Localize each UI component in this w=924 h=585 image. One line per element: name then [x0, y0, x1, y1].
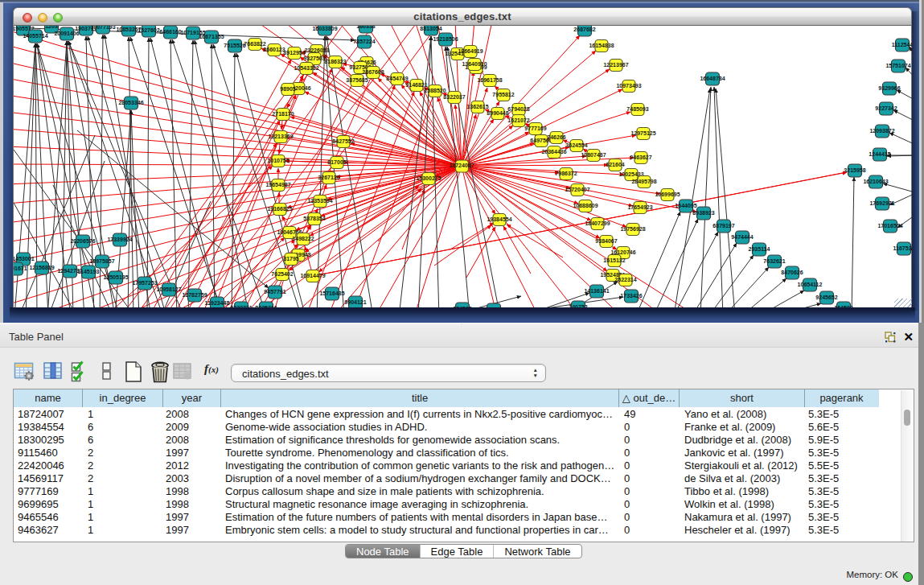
svg-text:7857224: 7857224 — [353, 39, 375, 44]
svg-text:12505195: 12505195 — [103, 274, 128, 280]
svg-text:3267130: 3267130 — [318, 175, 339, 180]
svg-text:1112544: 1112544 — [892, 42, 912, 47]
svg-text:2867608: 2867608 — [362, 69, 384, 75]
svg-text:817005: 817005 — [327, 159, 346, 165]
svg-text:18664919: 18664919 — [458, 48, 483, 54]
svg-text:20091406: 20091406 — [54, 31, 79, 36]
svg-text:7625402: 7625402 — [271, 271, 293, 277]
svg-text:6794028: 6794028 — [507, 106, 529, 112]
svg-text:10807487: 10807487 — [581, 152, 606, 158]
svg-text:621604: 621604 — [606, 162, 624, 167]
svg-text:1615132: 1615132 — [603, 257, 625, 263]
svg-text:19218506: 19218506 — [433, 36, 458, 42]
svg-text:7955812: 7955812 — [492, 92, 514, 97]
svg-text:18407299: 18407299 — [585, 220, 610, 226]
svg-text:10688609: 10688609 — [573, 203, 598, 208]
svg-text:2522314: 2522314 — [614, 277, 636, 282]
svg-text:6466160: 6466160 — [159, 29, 181, 35]
svg-text:12213967: 12213967 — [603, 62, 628, 68]
svg-text:7663822: 7663822 — [244, 41, 265, 47]
svg-text:7986372: 7986372 — [555, 171, 577, 176]
svg-text:8990448: 8990448 — [487, 110, 508, 116]
svg-text:1733426: 1733426 — [620, 293, 642, 299]
svg-text:2718170: 2718170 — [272, 111, 294, 117]
svg-text:98905: 98905 — [280, 86, 296, 92]
svg-text:11923448: 11923448 — [205, 300, 230, 306]
svg-text:16648784: 16648784 — [700, 76, 725, 81]
svg-text:20206576: 20206576 — [70, 238, 95, 244]
svg-text:7632621: 7632621 — [763, 258, 785, 264]
svg-text:8427552: 8427552 — [332, 138, 354, 144]
svg-text:15300275: 15300275 — [416, 175, 441, 181]
svg-text:2935114: 2935114 — [749, 246, 770, 252]
svg-text:18724007: 18724007 — [449, 163, 474, 168]
svg-text:16782759: 16782759 — [182, 292, 207, 298]
svg-text:9904121: 9904121 — [344, 299, 366, 305]
svg-text:746266: 746266 — [547, 134, 565, 140]
svg-text:9474444: 9474444 — [731, 234, 753, 240]
svg-text:8470626: 8470626 — [781, 270, 803, 275]
svg-text:13640910: 13640910 — [462, 61, 487, 67]
svg-text:19384554: 19384554 — [487, 216, 511, 222]
svg-text:1498222: 1498222 — [292, 236, 314, 241]
svg-text:15716485: 15716485 — [319, 290, 344, 296]
svg-text:9463627: 9463627 — [630, 154, 651, 160]
svg-text:1453001: 1453001 — [14, 256, 35, 262]
svg-text:9227342: 9227342 — [875, 105, 897, 111]
svg-text:3215958: 3215958 — [844, 167, 865, 173]
svg-text:3875685: 3875685 — [346, 77, 368, 83]
svg-text:2687682: 2687682 — [573, 27, 595, 32]
svg-text:160338: 160338 — [356, 26, 375, 29]
svg-text:19654987: 19654987 — [265, 182, 290, 187]
svg-text:14055714: 14055714 — [23, 33, 47, 39]
svg-text:9146821: 9146821 — [405, 82, 427, 88]
svg-text:7515526: 7515526 — [224, 43, 245, 48]
svg-text:19756928: 19756928 — [620, 226, 645, 232]
svg-text:9457791: 9457791 — [264, 289, 285, 295]
svg-text:12213369: 12213369 — [268, 134, 293, 139]
svg-text:17654923: 17654923 — [627, 204, 652, 210]
svg-text:28495798: 28495798 — [631, 179, 656, 184]
svg-text:1145193: 1145193 — [78, 269, 100, 274]
svg-text:8938923: 8938923 — [692, 210, 714, 216]
svg-text:8660123: 8660123 — [263, 47, 285, 52]
svg-text:14136141: 14136141 — [584, 288, 609, 294]
svg-text:15751074: 15751074 — [885, 63, 910, 68]
svg-text:12156819: 12156819 — [29, 265, 54, 270]
svg-text:1391671: 1391671 — [14, 266, 27, 271]
svg-text:16671355: 16671355 — [199, 34, 224, 39]
svg-text:10654112: 10654112 — [798, 282, 823, 287]
svg-text:1167534: 1167534 — [893, 245, 912, 251]
svg-text:9245652: 9245652 — [815, 295, 837, 300]
svg-text:10699695: 10699695 — [655, 192, 680, 197]
svg-text:6879197: 6879197 — [713, 223, 734, 229]
svg-text:28053346: 28053346 — [118, 100, 143, 105]
svg-text:9777169: 9777169 — [524, 126, 546, 131]
svg-text:1203: 1203 — [45, 26, 58, 29]
svg-text:16961758: 16961758 — [477, 77, 502, 83]
svg-text:1527602: 1527602 — [138, 27, 159, 33]
svg-text:1010755: 1010755 — [267, 158, 289, 163]
svg-text:8322037: 8322037 — [443, 94, 465, 100]
svg-text:10973493: 10973493 — [616, 83, 641, 89]
svg-text:9327503: 9327503 — [303, 56, 325, 61]
svg-text:16210643: 16210643 — [863, 179, 888, 184]
svg-text:20364436: 20364436 — [541, 149, 566, 154]
svg-text:16154838: 16154838 — [589, 43, 614, 48]
svg-text:17016504: 17016504 — [877, 223, 902, 229]
svg-text:16914479: 16914479 — [300, 273, 325, 278]
svg-text:17339924: 17339924 — [107, 237, 132, 242]
svg-text:17957253: 17957253 — [132, 280, 157, 286]
svg-text:9384067: 9384067 — [595, 238, 617, 244]
svg-text:7485093: 7485093 — [626, 106, 648, 112]
svg-text:15720407: 15720407 — [565, 187, 589, 192]
svg-text:8186323: 8186323 — [324, 59, 346, 64]
svg-text:1644095: 1644095 — [675, 203, 696, 208]
svg-text:10958127: 10958127 — [156, 286, 181, 292]
svg-text:16033809: 16033809 — [312, 26, 337, 31]
svg-text:10543382: 10543382 — [294, 65, 318, 71]
svg-text:1244415: 1244415 — [869, 151, 890, 157]
svg-text:3624554: 3624554 — [565, 142, 587, 148]
svg-text:8813054: 8813054 — [420, 26, 441, 31]
svg-text:8454749: 8454749 — [386, 76, 408, 81]
